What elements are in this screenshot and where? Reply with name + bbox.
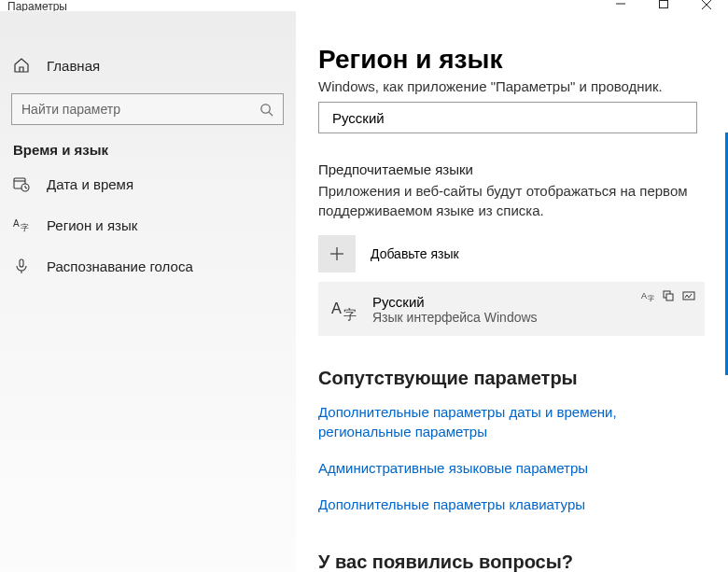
preferred-languages-header: Предпочитаемые языки — [318, 161, 706, 177]
svg-text:字: 字 — [648, 295, 654, 301]
link-additional-date-region[interactable]: Дополнительные параметры даты и времени,… — [318, 402, 701, 441]
nav-label: Дата и время — [47, 176, 133, 192]
svg-rect-13 — [20, 259, 23, 267]
nav-region-language[interactable]: A 字 Регион и язык — [0, 204, 295, 245]
sidebar: Главная Время и язык Дата и время — [0, 11, 296, 572]
svg-line-5 — [269, 112, 273, 116]
search-icon — [259, 103, 273, 117]
display-language-dropdown[interactable]: Русский — [318, 102, 697, 133]
titlebar: Параметры — [0, 0, 728, 11]
language-subtitle: Язык интерфейса Windows — [372, 310, 538, 325]
preferred-languages-desc: Приложения и веб-сайты будут отображатьс… — [318, 181, 692, 220]
minimize-button[interactable] — [599, 0, 642, 11]
svg-text:A: A — [13, 218, 20, 229]
maximize-button[interactable] — [642, 0, 685, 11]
close-button[interactable] — [685, 0, 728, 11]
language-info: Русский Язык интерфейса Windows — [372, 294, 538, 325]
svg-rect-22 — [666, 294, 673, 300]
questions-header: У вас появились вопросы? — [318, 551, 706, 572]
svg-text:字: 字 — [343, 307, 357, 322]
svg-rect-1 — [660, 1, 668, 8]
link-admin-language[interactable]: Административные языковые параметры — [318, 458, 701, 478]
search-input[interactable] — [21, 102, 259, 117]
home-label: Главная — [47, 58, 100, 74]
search-box[interactable] — [11, 93, 284, 125]
calendar-clock-icon — [13, 175, 30, 192]
svg-text:A: A — [641, 291, 647, 300]
speech-recognition-icon — [662, 289, 675, 302]
display-language-desc: Windows, как приложение "Параметры" и пр… — [318, 78, 706, 94]
home-nav[interactable]: Главная — [0, 45, 295, 86]
nav-label: Регион и язык — [47, 217, 137, 233]
svg-point-4 — [261, 104, 270, 112]
handwriting-icon — [682, 289, 695, 302]
add-language-label: Добавьте язык — [371, 246, 459, 261]
dropdown-value: Русский — [332, 110, 385, 126]
home-icon — [13, 57, 30, 74]
caption-buttons — [599, 0, 728, 11]
link-additional-keyboard[interactable]: Дополнительные параметры клавиатуры — [318, 495, 701, 514]
related-settings-header: Сопутствующие параметры — [318, 368, 706, 389]
add-language-row[interactable]: Добавьте язык — [318, 233, 706, 274]
microphone-icon — [13, 258, 30, 274]
language-card[interactable]: A 字 Русский Язык интерфейса Windows A字 — [318, 282, 705, 336]
svg-text:A: A — [331, 300, 342, 316]
language-feature-icons: A字 — [641, 289, 695, 302]
text-to-speech-icon: A字 — [641, 289, 654, 302]
nav-speech[interactable]: Распознавание голоса — [0, 245, 295, 286]
content-pane: Регион и язык Windows, как приложение "П… — [296, 11, 728, 572]
language-icon: A 字 — [331, 296, 357, 322]
search-wrap — [0, 93, 295, 125]
language-name: Русский — [372, 294, 538, 310]
nav-date-time[interactable]: Дата и время — [0, 163, 295, 204]
language-icon: A 字 — [13, 216, 30, 233]
plus-icon — [318, 235, 356, 272]
svg-text:字: 字 — [21, 223, 29, 232]
page-title: Регион и язык — [318, 45, 706, 75]
nav-label: Распознавание голоса — [47, 258, 193, 274]
category-header: Время и язык — [0, 125, 295, 163]
